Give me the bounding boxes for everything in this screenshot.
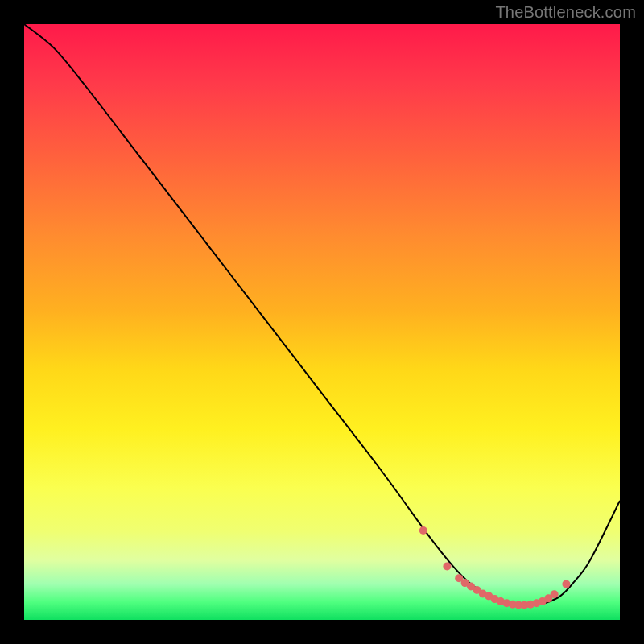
highlight-marker — [443, 562, 451, 570]
plot-area — [24, 24, 620, 620]
chart-svg — [24, 24, 620, 620]
chart-frame: TheBottleneck.com — [0, 0, 644, 644]
highlight-marker-group — [419, 526, 571, 609]
bottleneck-curve-line — [24, 24, 620, 606]
highlight-marker — [551, 590, 559, 598]
watermark-text: TheBottleneck.com — [495, 3, 636, 22]
highlight-marker — [562, 580, 570, 588]
highlight-marker — [419, 526, 427, 535]
